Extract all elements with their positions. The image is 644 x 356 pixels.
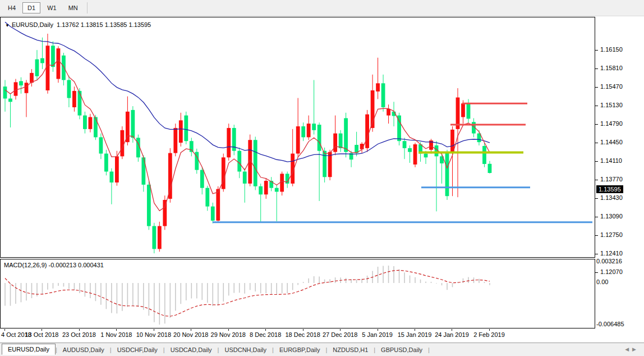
symbol-tab-usdchf[interactable]: USDCHF,Daily (112, 345, 163, 355)
symbol-tab-eurusd[interactable]: EURUSD,Daily (2, 344, 56, 355)
tab-scroll-right-icon[interactable]: ▶ (632, 346, 640, 352)
candle-body (227, 128, 231, 157)
price-axis-tick (595, 143, 598, 143)
symbol-tab-gbpusd[interactable]: GBPUSD,Daily (375, 345, 428, 355)
symbol-tab-nzdusd[interactable]: NZDUSD,H1 (327, 345, 374, 355)
price-axis-tick (595, 272, 598, 273)
price-axis-tick (595, 198, 598, 199)
candle-body (211, 207, 215, 221)
candlestick-chart[interactable] (1, 17, 595, 257)
date-axis-tick (191, 329, 191, 331)
date-axis-label: 5 Jan 2019 (362, 331, 392, 338)
date-axis-label: 20 Nov 2018 (173, 331, 208, 338)
candle-body (19, 81, 23, 85)
candle-body (78, 91, 82, 116)
candle-body (450, 130, 454, 152)
price-axis-label: 1.15810 (600, 65, 623, 71)
candle-body (67, 80, 71, 98)
chart-ohlc-values: 1.13762 1.13815 1.13585 1.13595 (57, 21, 151, 28)
candle-body (387, 109, 390, 116)
candle-body (14, 82, 18, 95)
date-axis-label: 13 Oct 2018 (25, 331, 58, 338)
tab-scroll-left-icon[interactable]: ◀ (625, 346, 632, 352)
macd-chart[interactable] (1, 259, 595, 328)
candle-body (115, 156, 119, 182)
candle-body (152, 226, 156, 249)
candle-body (243, 172, 247, 184)
timeframe-button-w1[interactable]: W1 (42, 2, 62, 13)
candle-body (413, 144, 417, 165)
candle-body (381, 83, 385, 107)
price-axis-label: 1.12750 (600, 231, 623, 238)
candle-body (296, 126, 300, 154)
tab-separator: | (428, 346, 430, 353)
date-axis-tick (378, 329, 378, 331)
candle-body (35, 60, 39, 76)
candle-body (104, 154, 108, 172)
timeframe-button-mn[interactable]: MN (63, 2, 83, 13)
candle-body (8, 99, 12, 102)
price-axis-label: 1.13090 (600, 213, 623, 220)
candle-body (408, 148, 412, 152)
macd-axis-label: 0.00 (596, 279, 608, 285)
mt4-chart-window: H4D1W1MN ▼EURUSD,Daily 1.13762 1.13815 1… (0, 0, 644, 356)
candle-body (461, 103, 465, 117)
timeframe-button-h4[interactable]: H4 (3, 2, 21, 13)
toolbar-separator (87, 2, 88, 13)
candle-body (40, 58, 44, 63)
timeframe-button-d1[interactable]: D1 (22, 2, 40, 13)
candle-body (307, 124, 311, 137)
symbol-tab-eurgbp[interactable]: EURGBP,Daily (274, 345, 326, 355)
date-axis-tick (116, 329, 117, 331)
candle-body (99, 137, 103, 153)
date-axis-tick (42, 329, 42, 331)
date-axis-label: 23 Oct 2018 (62, 331, 96, 338)
candle-body (83, 116, 87, 129)
price-axis-tick (595, 254, 598, 254)
price-chart-panel[interactable]: ▼EURUSD,Daily 1.13762 1.13815 1.13585 1.… (0, 17, 595, 258)
price-axis-tick (595, 180, 598, 180)
price-axis[interactable]: 1.13595 1.161501.158101.154701.151301.14… (595, 17, 644, 329)
candle-body (200, 170, 204, 188)
price-axis-label: 1.12070 (600, 268, 623, 275)
symbol-tab-audusd[interactable]: AUDUSD,Daily (57, 345, 110, 355)
candle-body (318, 125, 321, 151)
tab-scroll-arrows[interactable]: ◀▶ (625, 346, 640, 352)
chart-dropdown-icon[interactable]: ▼ (5, 23, 10, 28)
date-axis-tick (303, 329, 303, 331)
candle-body (237, 151, 241, 172)
date-axis-label: 27 Dec 2018 (323, 331, 357, 338)
symbol-tab-usdcnh[interactable]: USDCNH,Daily (219, 345, 272, 355)
candle-body (72, 91, 76, 107)
fast-ma-line (5, 60, 490, 211)
symbol-tab-usdcad[interactable]: USDCAD,Daily (165, 345, 218, 355)
macd-axis-label: 0.003216 (596, 258, 622, 264)
date-axis[interactable]: 4 Oct 201813 Oct 201823 Oct 20181 Nov 20… (0, 329, 644, 342)
candle-body (25, 83, 29, 93)
candle-body (333, 134, 337, 152)
date-axis-label: 2 Feb 2019 (473, 331, 505, 338)
price-axis-label: 1.13430 (600, 194, 623, 201)
price-axis-tick (595, 124, 598, 125)
date-axis-label: 29 Nov 2018 (211, 331, 246, 338)
candle-body (264, 181, 268, 194)
chart-symbol-label: EURUSD,Daily (12, 21, 53, 28)
candle-body (46, 45, 50, 90)
candle-body (184, 116, 188, 142)
date-axis-tick (452, 329, 452, 331)
candle-body (89, 117, 93, 129)
candle-body (376, 83, 380, 92)
candle-body (131, 110, 135, 138)
candle-body (62, 56, 66, 80)
date-axis-tick (415, 329, 415, 331)
price-axis-label: 1.15470 (600, 83, 623, 90)
price-axis-tick (595, 235, 598, 236)
candle-body (339, 134, 343, 148)
date-axis-tick (4, 329, 5, 331)
macd-panel[interactable]: MACD(12,26,9) -0.000213 0.000431 (0, 259, 595, 328)
candle-body (120, 130, 124, 157)
date-axis-tick (489, 329, 490, 331)
candle-body (301, 126, 305, 137)
candle-body (365, 115, 369, 148)
candle-body (126, 112, 130, 142)
